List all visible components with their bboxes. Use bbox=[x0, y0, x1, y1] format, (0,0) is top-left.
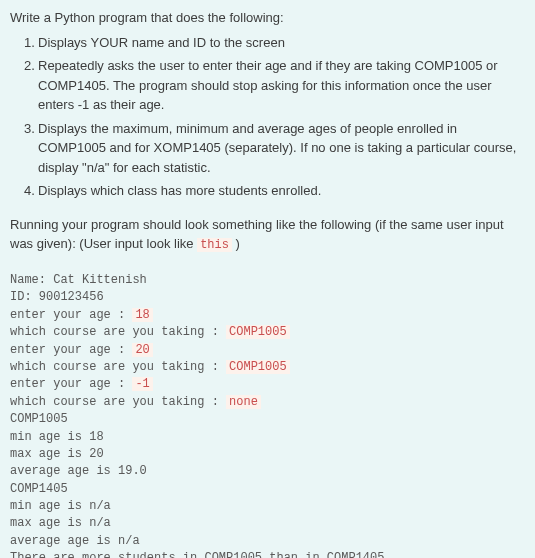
console-output: Name: Cat Kittenish ID: 900123456 enter … bbox=[10, 272, 525, 558]
prompt-text: enter your age : bbox=[10, 377, 132, 391]
prompt-text: which course are you taking : bbox=[10, 395, 226, 409]
user-input: none bbox=[226, 395, 261, 409]
running-caption-suffix: ) bbox=[232, 236, 240, 251]
user-input: 20 bbox=[132, 343, 152, 357]
console-line: average age is 19.0 bbox=[10, 463, 525, 480]
prompt-text: enter your age : bbox=[10, 308, 132, 322]
user-input: 18 bbox=[132, 308, 152, 322]
item-text: Displays which class has more students e… bbox=[38, 183, 321, 198]
console-line: enter your age : 18 bbox=[10, 307, 525, 324]
console-line: which course are you taking : COMP1005 bbox=[10, 324, 525, 341]
console-line: ID: 900123456 bbox=[10, 289, 525, 306]
running-caption-prefix: Running your program should look somethi… bbox=[10, 217, 504, 252]
console-line: which course are you taking : none bbox=[10, 394, 525, 411]
console-line: min age is 18 bbox=[10, 429, 525, 446]
prompt-text: which course are you taking : bbox=[10, 360, 226, 374]
user-input: COMP1005 bbox=[226, 325, 290, 339]
user-input-example: this bbox=[197, 238, 232, 252]
item-number: 2. bbox=[24, 56, 35, 76]
console-line: enter your age : 20 bbox=[10, 342, 525, 359]
item-number: 3. bbox=[24, 119, 35, 139]
item-text: Displays the maximum, minimum and averag… bbox=[38, 121, 516, 175]
console-line: min age is n/a bbox=[10, 498, 525, 515]
console-line: Name: Cat Kittenish bbox=[10, 272, 525, 289]
console-line: max age is 20 bbox=[10, 446, 525, 463]
user-input: -1 bbox=[132, 377, 152, 391]
console-line: COMP1005 bbox=[10, 411, 525, 428]
console-line: COMP1405 bbox=[10, 481, 525, 498]
console-line: average age is n/a bbox=[10, 533, 525, 550]
console-line: which course are you taking : COMP1005 bbox=[10, 359, 525, 376]
running-caption: Running your program should look somethi… bbox=[10, 215, 525, 255]
item-number: 4. bbox=[24, 181, 35, 201]
user-input: COMP1005 bbox=[226, 360, 290, 374]
list-item: 4. Displays which class has more student… bbox=[10, 181, 525, 201]
instruction-list: 1. Displays YOUR name and ID to the scre… bbox=[10, 33, 525, 201]
item-text: Repeatedly asks the user to enter their … bbox=[38, 58, 498, 112]
intro-text: Write a Python program that does the fol… bbox=[10, 8, 525, 28]
list-item: 1. Displays YOUR name and ID to the scre… bbox=[10, 33, 525, 53]
item-text: Displays YOUR name and ID to the screen bbox=[38, 35, 285, 50]
prompt-text: which course are you taking : bbox=[10, 325, 226, 339]
console-line: enter your age : -1 bbox=[10, 376, 525, 393]
console-line: There are more students in COMP1005 than… bbox=[10, 550, 525, 558]
list-item: 2. Repeatedly asks the user to enter the… bbox=[10, 56, 525, 115]
item-number: 1. bbox=[24, 33, 35, 53]
prompt-text: enter your age : bbox=[10, 343, 132, 357]
console-line: max age is n/a bbox=[10, 515, 525, 532]
list-item: 3. Displays the maximum, minimum and ave… bbox=[10, 119, 525, 178]
